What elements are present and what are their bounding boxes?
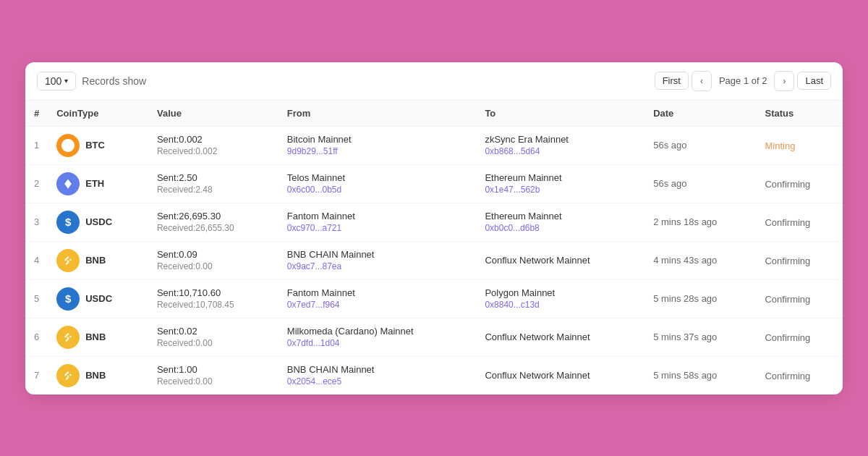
value-received: Received:0.00 bbox=[157, 261, 270, 271]
status-badge: Confirming bbox=[765, 294, 810, 305]
coin-type-cell: BTC bbox=[48, 126, 148, 164]
coin-icon-btc bbox=[56, 134, 80, 157]
row-num: 7 bbox=[25, 356, 48, 394]
last-page-button[interactable]: Last bbox=[797, 72, 831, 90]
from-hash: 0x7ed7...f964 bbox=[287, 300, 468, 310]
date-cell: 56s ago bbox=[644, 164, 756, 203]
value-received: Received:0.00 bbox=[157, 338, 270, 348]
from-cell: Bitcoin Mainnet 9d9b29...51ff bbox=[278, 126, 477, 164]
date-cell: 4 mins 43s ago bbox=[644, 241, 756, 279]
status-cell: Confirming bbox=[756, 318, 843, 356]
value-sent: Sent:0.02 bbox=[157, 326, 270, 337]
coin-icon-usdc: $ bbox=[56, 211, 80, 234]
status-badge: Minting bbox=[765, 140, 795, 151]
to-network: Ethereum Mainnet bbox=[485, 172, 636, 183]
transactions-table: # CoinType Value From To Date Status 1 B… bbox=[25, 101, 843, 394]
status-badge: Confirming bbox=[765, 179, 810, 190]
value-cell: Sent:0.002 Received:0.002 bbox=[148, 126, 278, 164]
status-cell: Confirming bbox=[756, 279, 843, 318]
from-hash: 0x6c00...0b5d bbox=[287, 185, 468, 195]
status-cell: Confirming bbox=[756, 164, 843, 203]
row-num: 6 bbox=[25, 318, 48, 356]
row-num: 5 bbox=[25, 279, 48, 318]
records-select[interactable]: 100 ▾ bbox=[37, 72, 76, 90]
toolbar: 100 ▾ Records show First ‹ Page 1 of 2 ›… bbox=[25, 62, 843, 101]
table-row: 1 BTC Sent:0.002 Received:0.002 Bitcoin … bbox=[25, 126, 843, 164]
date-cell: 5 mins 37s ago bbox=[644, 318, 756, 356]
coin-icon-bnb bbox=[56, 364, 80, 387]
value-received: Received:0.002 bbox=[157, 146, 270, 156]
first-page-button[interactable]: First bbox=[655, 72, 689, 90]
from-network: Bitcoin Mainnet bbox=[287, 134, 468, 145]
to-hash: 0xb868...5d64 bbox=[485, 146, 636, 156]
value-received: Received:26,655.30 bbox=[157, 223, 270, 233]
to-cell: Conflux Network Mainnet bbox=[476, 241, 644, 279]
coin-label: USDC bbox=[85, 293, 112, 304]
from-hash: 0x2054...ece5 bbox=[287, 376, 468, 387]
to-cell: Polygon Mainnet 0x8840...c13d bbox=[476, 279, 644, 318]
coin-type-cell: BNB bbox=[48, 318, 148, 356]
value-received: Received:10,708.45 bbox=[157, 300, 270, 310]
pagination: First ‹ Page 1 of 2 › Last bbox=[655, 71, 831, 91]
from-cell: Milkomeda (Cardano) Mainnet 0x7dfd...1d0… bbox=[278, 318, 477, 356]
table-row: 6 BNB Sent:0.02 Received:0.00 Milkomeda … bbox=[25, 318, 843, 356]
toolbar-left: 100 ▾ Records show bbox=[37, 72, 146, 90]
col-status: Status bbox=[756, 101, 843, 127]
to-hash: 0x1e47...562b bbox=[485, 185, 636, 195]
page-info: Page 1 of 2 bbox=[715, 75, 772, 86]
table-header-row: # CoinType Value From To Date Status bbox=[25, 101, 843, 127]
status-cell: Minting bbox=[756, 126, 843, 164]
table-row: 2 ETH Sent:2.50 Received:2.48 Telos Main… bbox=[25, 164, 843, 203]
value-received: Received:2.48 bbox=[157, 185, 270, 195]
coin-icon-bnb bbox=[56, 249, 80, 272]
status-badge: Confirming bbox=[765, 256, 810, 266]
status-badge: Confirming bbox=[765, 371, 810, 381]
to-network: Ethereum Mainnet bbox=[485, 211, 636, 221]
prev-page-button[interactable]: ‹ bbox=[692, 71, 712, 91]
coin-type-cell: $ USDC bbox=[48, 279, 148, 318]
next-page-button[interactable]: › bbox=[774, 71, 794, 91]
records-value: 100 bbox=[45, 75, 61, 87]
status-cell: Confirming bbox=[756, 241, 843, 279]
to-network: Conflux Network Mainnet bbox=[485, 332, 636, 342]
value-cell: Sent:10,710.60 Received:10,708.45 bbox=[148, 279, 278, 318]
col-num: # bbox=[25, 101, 48, 127]
to-hash: 0x8840...c13d bbox=[485, 300, 636, 310]
value-cell: Sent:0.09 Received:0.00 bbox=[148, 241, 278, 279]
col-cointype: CoinType bbox=[48, 101, 148, 127]
from-cell: BNB CHAIN Mainnet 0x2054...ece5 bbox=[278, 356, 477, 394]
to-cell: Conflux Network Mainnet bbox=[476, 356, 644, 394]
value-sent: Sent:1.00 bbox=[157, 364, 270, 375]
value-cell: Sent:1.00 Received:0.00 bbox=[148, 356, 278, 394]
value-sent: Sent:0.002 bbox=[157, 134, 270, 145]
from-network: BNB CHAIN Mainnet bbox=[287, 364, 468, 375]
coin-label: BNB bbox=[85, 332, 106, 342]
from-cell: Telos Mainnet 0x6c00...0b5d bbox=[278, 164, 477, 203]
coin-type-cell: $ USDC bbox=[48, 203, 148, 241]
from-network: Telos Mainnet bbox=[287, 172, 468, 183]
table-row: 7 BNB Sent:1.00 Received:0.00 BNB CHAIN … bbox=[25, 356, 843, 394]
date-cell: 56s ago bbox=[644, 126, 756, 164]
to-network: zkSync Era Mainnet bbox=[485, 134, 636, 145]
value-sent: Sent:26,695.30 bbox=[157, 211, 270, 221]
date-cell: 2 mins 18s ago bbox=[644, 203, 756, 241]
coin-icon-usdc: $ bbox=[56, 287, 80, 311]
coin-label: BTC bbox=[85, 140, 105, 151]
date-cell: 5 mins 58s ago bbox=[644, 356, 756, 394]
coin-type-cell: ETH bbox=[48, 164, 148, 203]
value-sent: Sent:2.50 bbox=[157, 172, 270, 183]
to-hash: 0xb0c0...d6b8 bbox=[485, 223, 636, 233]
from-network: BNB CHAIN Mainnet bbox=[287, 249, 468, 260]
date-cell: 5 mins 28s ago bbox=[644, 279, 756, 318]
coin-type-cell: BNB bbox=[48, 241, 148, 279]
coin-icon-bnb bbox=[56, 326, 80, 349]
from-network: Fantom Mainnet bbox=[287, 287, 468, 298]
from-cell: BNB CHAIN Mainnet 0x9ac7...87ea bbox=[278, 241, 477, 279]
status-cell: Confirming bbox=[756, 203, 843, 241]
to-network: Conflux Network Mainnet bbox=[485, 255, 636, 266]
to-network: Polygon Mainnet bbox=[485, 287, 636, 298]
coin-type-cell: BNB bbox=[48, 356, 148, 394]
from-network: Fantom Mainnet bbox=[287, 211, 468, 221]
main-container: 100 ▾ Records show First ‹ Page 1 of 2 ›… bbox=[25, 62, 843, 394]
value-received: Received:0.00 bbox=[157, 376, 270, 387]
